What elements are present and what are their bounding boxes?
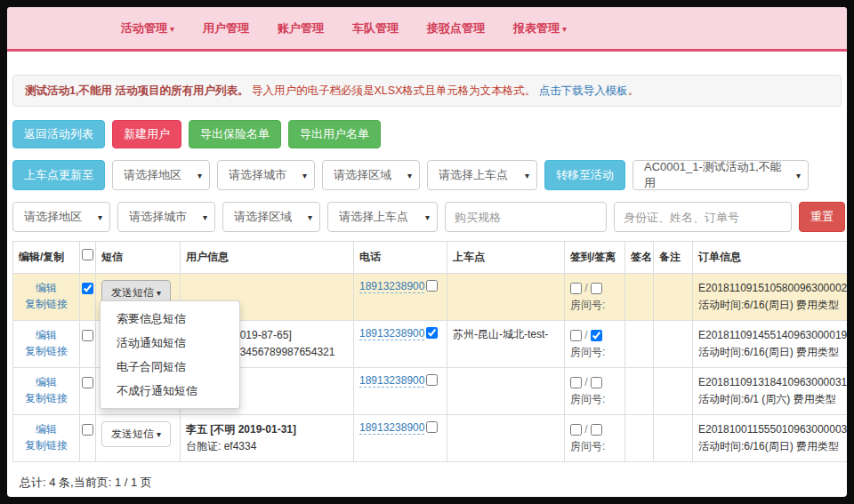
copy-link[interactable]: 复制链接	[19, 390, 74, 406]
app-frame: 活动管理▾ 用户管理 账户管理 车队管理 接驳点管理 报表管理▾ 测试活动1,不…	[0, 0, 854, 504]
checkout-checkbox[interactable]	[591, 330, 602, 341]
edit-link[interactable]: 编辑	[19, 327, 74, 343]
phone-link[interactable]: 18913238900	[359, 280, 424, 293]
chevron-down-icon: ▾	[407, 171, 412, 180]
header-edit-copy: 编辑/复制	[13, 242, 80, 274]
table-header-row: 编辑/复制 短信 用户信息 电话 上车点 签到/签离 签名 备注 订单信息	[13, 242, 848, 274]
header-phone: 电话	[354, 242, 447, 274]
checkout-checkbox[interactable]	[591, 377, 602, 388]
sms-dropdown-menu: 索要信息短信 活动通知短信 电子合同短信 不成行通知短信	[100, 300, 240, 409]
region-select[interactable]: 请选择区域▾	[322, 160, 420, 190]
city-select-2[interactable]: 请选择城市▾	[117, 202, 215, 232]
checkin-checkbox[interactable]	[570, 283, 582, 294]
copy-link[interactable]: 复制链接	[19, 296, 74, 312]
chevron-down-icon: ▾	[157, 288, 161, 298]
download-template-link[interactable]: 点击下载导入模板	[539, 84, 628, 97]
checkin-checkbox[interactable]	[570, 424, 582, 436]
menu-item-cancel-notice-sms[interactable]: 不成行通知短信	[101, 379, 239, 403]
area-select[interactable]: 请选择地区▾	[112, 160, 210, 190]
phone-link[interactable]: 18913238900	[359, 327, 424, 340]
update-pickup-button[interactable]: 上车点更新至	[12, 160, 105, 190]
checkout-checkbox[interactable]	[591, 424, 602, 436]
alert-banner: 测试活动1,不能用 活动项目的所有用户列表。 导入用户的电子档必须是XLSX格式…	[12, 75, 842, 107]
chevron-down-icon: ▾	[302, 171, 307, 180]
phone-checkbox[interactable]	[426, 327, 438, 339]
header-pickup: 上车点	[447, 242, 565, 274]
nav-account-management[interactable]: 账户管理	[278, 20, 324, 36]
room-number-label: 房间号:	[570, 344, 619, 361]
chevron-down-icon: ▾	[525, 171, 529, 180]
header-note: 备注	[654, 242, 693, 274]
order-info: 活动时间:6/16(周日) 费用类型	[698, 297, 847, 314]
region-select-2[interactable]: 请选择区域▾	[222, 202, 320, 232]
chevron-down-icon: ▾	[308, 212, 312, 222]
phone-link[interactable]: 18913238900	[359, 374, 424, 388]
nav-fleet-management[interactable]: 车队管理	[352, 20, 399, 36]
edit-link[interactable]: 编辑	[19, 421, 74, 437]
alert-title: 测试活动1,不能用 活动项目的所有用户列表。	[25, 84, 248, 97]
pickup-select-2[interactable]: 请选择上车点▾	[327, 202, 438, 232]
nav-report-management[interactable]: 报表管理▾	[513, 20, 567, 36]
filter-row-2: 请选择地区▾ 请选择城市▾ 请选择区域▾ 请选择上车点▾ 重置 过滤	[12, 202, 842, 232]
menu-item-activity-notice-sms[interactable]: 活动通知短信	[101, 331, 239, 355]
purchase-spec-input[interactable]	[445, 202, 607, 232]
order-number: E201811091455140963000019	[698, 327, 847, 344]
checkin-checkbox[interactable]	[570, 377, 582, 388]
checkin-checkbox[interactable]	[570, 330, 582, 341]
select-all-checkbox[interactable]	[82, 249, 93, 260]
copy-link[interactable]: 复制链接	[19, 343, 74, 359]
activity-select[interactable]: AC0001_1-测试活动1,不能用▾	[632, 160, 809, 190]
row-checkbox[interactable]	[82, 424, 93, 436]
phone-checkbox[interactable]	[426, 374, 438, 386]
phone-link[interactable]: 18913238900	[359, 421, 424, 435]
room-number-label: 房间号:	[570, 438, 619, 455]
header-order-info: 订单信息	[693, 242, 848, 274]
chevron-down-icon: ▾	[170, 24, 174, 34]
pickup-select[interactable]: 请选择上车点▾	[427, 160, 537, 190]
alert-suffix: 。	[628, 84, 640, 97]
area-select-2[interactable]: 请选择地区▾	[12, 202, 110, 232]
city-select[interactable]: 请选择城市▾	[217, 160, 315, 190]
send-sms-button[interactable]: 发送短信▾	[101, 421, 171, 447]
table-row: 编辑复制链接 发送短信▾ 李五 [不明 2019-01-31]台胞证: ef43…	[13, 415, 848, 462]
edit-link[interactable]: 编辑	[19, 374, 74, 390]
row-checkbox[interactable]	[82, 283, 93, 294]
phone-checkbox[interactable]	[426, 421, 438, 433]
search-input[interactable]	[614, 202, 792, 232]
room-number-label: 房间号:	[570, 391, 619, 408]
chevron-down-icon: ▾	[425, 212, 430, 222]
reset-button[interactable]: 重置	[799, 202, 845, 232]
header-checkin: 签到/签离	[565, 242, 625, 274]
nav-user-management[interactable]: 用户管理	[203, 20, 249, 36]
back-to-activity-list-button[interactable]: 返回活动列表	[12, 120, 105, 148]
transfer-to-activity-button[interactable]: 转移至活动	[544, 160, 625, 190]
order-info: 活动时间:6/16(周日) 费用类型	[698, 438, 847, 455]
row-checkbox[interactable]	[82, 330, 93, 341]
chevron-down-icon: ▾	[796, 171, 801, 180]
edit-link[interactable]: 编辑	[19, 280, 74, 296]
order-number: E201810011555010963000003	[698, 421, 847, 438]
menu-item-e-contract-sms[interactable]: 电子合同短信	[101, 355, 239, 379]
nav-shuttle-point-management[interactable]: 接驳点管理	[427, 20, 485, 36]
chevron-down-icon: ▾	[98, 212, 102, 222]
chevron-down-icon: ▾	[197, 171, 202, 180]
header-user-info: 用户信息	[181, 242, 354, 274]
order-info: 活动时间:6/16(周日) 费用类型	[698, 344, 847, 361]
checkout-checkbox[interactable]	[591, 283, 602, 294]
chevron-down-icon: ▾	[562, 24, 567, 34]
nav-activity-management[interactable]: 活动管理▾	[121, 20, 174, 36]
new-user-button[interactable]: 新建用户	[112, 120, 181, 148]
order-info: 活动时间:6/1 (周六) 费用类型	[698, 391, 847, 408]
header-sms: 短信	[96, 242, 181, 274]
export-insurance-list-button[interactable]: 导出保险名单	[189, 120, 281, 148]
export-user-list-button[interactable]: 导出用户名单	[288, 120, 381, 148]
alert-message: 导入用户的电子档必须是XLSX格式且单元格为文本格式。	[252, 84, 536, 97]
row-checkbox[interactable]	[82, 377, 93, 388]
copy-link[interactable]: 复制链接	[19, 437, 74, 453]
header-sign: 签名	[625, 242, 654, 274]
pagination-summary: 总计: 4 条,当前页: 1 / 1 页	[20, 475, 836, 491]
menu-item-request-info-sms[interactable]: 索要信息短信	[101, 307, 239, 331]
phone-checkbox[interactable]	[426, 280, 438, 292]
page: 活动管理▾ 用户管理 账户管理 车队管理 接驳点管理 报表管理▾ 测试活动1,不…	[7, 7, 847, 497]
pickup-value: 苏州-昆山-城北-test-	[453, 328, 548, 340]
